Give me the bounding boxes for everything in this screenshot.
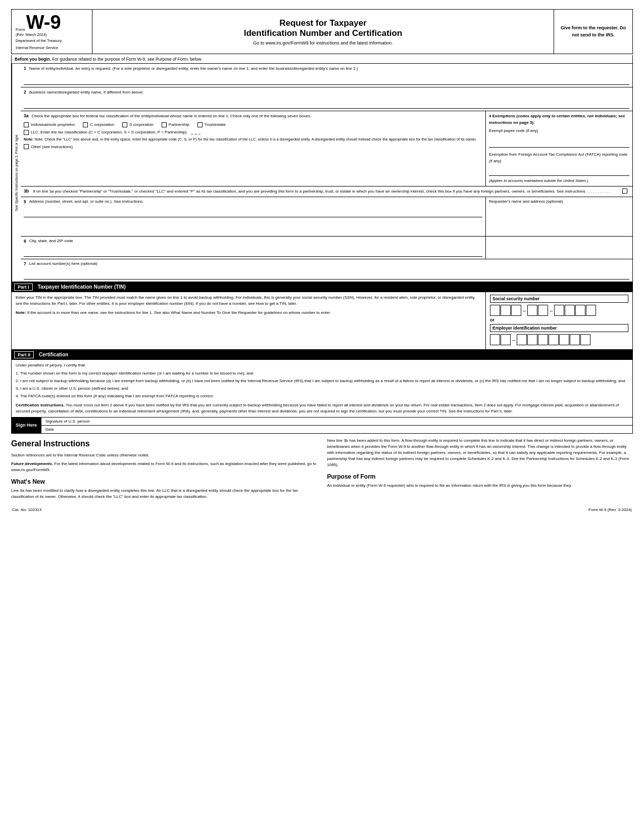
header-center: Request for Taxpayer Identification Numb… xyxy=(92,10,554,54)
sign-here-section: Sign Here Signature of U.S. person Date xyxy=(11,418,633,434)
page-footer: Cat. No. 10231X Form W-9 (Rev. 3-2024) xyxy=(11,507,633,512)
cert-item-1: 1. The number shown on this form is my c… xyxy=(16,370,628,376)
cert-instructions-text: You must cross out item 2 above if you h… xyxy=(16,403,619,413)
gi-right-para: New line 3b has been added to this form.… xyxy=(327,438,633,468)
gi-whats-new-text: Line 3a has been modified to clarify how… xyxy=(11,488,317,500)
part1-body: Enter your TIN in the appropriate box. T… xyxy=(11,292,633,350)
line2-label: Business name/disregarded entity name, i… xyxy=(29,89,144,96)
ein-box-7[interactable] xyxy=(559,334,569,345)
ein-box-4[interactable] xyxy=(527,334,537,345)
cb-llc-row: LLC. Enter the tax classification (C = C… xyxy=(24,130,482,135)
row-3a-right: 4 Exemptions (codes apply only to certai… xyxy=(486,111,632,186)
address-right: Requester's name and address (optional) xyxy=(486,197,632,236)
ein-box-9[interactable] xyxy=(580,334,590,345)
ssn-box-1[interactable] xyxy=(490,305,500,316)
dept: Department of the Treasury xyxy=(16,38,88,44)
form-main: 1 Name of entity/individual. An entry is… xyxy=(21,64,632,282)
cb-trust-label: Trust/estate xyxy=(205,122,226,127)
ssn-box-9[interactable] xyxy=(586,305,596,316)
ssn-box-7[interactable] xyxy=(565,305,575,316)
cb-other-box[interactable] xyxy=(24,144,29,149)
ssn-box-2[interactable] xyxy=(501,305,511,316)
cb-llc-label: LLC. Enter the tax classification (C = C… xyxy=(31,130,187,134)
fatca-input[interactable] xyxy=(489,167,629,176)
ein-box-3[interactable] xyxy=(517,334,527,345)
ssn-box-4[interactable] xyxy=(527,305,537,316)
cb-trust-box[interactable] xyxy=(197,122,203,127)
line5-num: 5 xyxy=(24,199,26,204)
sign-top: Signature of U.S. person xyxy=(41,418,632,426)
cb-other-row: Other (see instructions) xyxy=(24,144,482,149)
cert-item-2: 2. I am not subject to backup withholdin… xyxy=(16,378,628,384)
sign-here-label: Sign Here xyxy=(12,418,41,433)
cb-trust[interactable]: Trust/estate xyxy=(197,122,226,127)
part2-header: Part II Certification xyxy=(11,350,633,360)
cb-individual-box[interactable] xyxy=(24,122,29,127)
cb-partnership[interactable]: Partnership xyxy=(162,122,189,127)
cert-intro: Under penalties of perjury, I certify th… xyxy=(16,362,628,368)
line5-label: Address (number, street, and apt. or sui… xyxy=(29,199,144,204)
line2-input[interactable] xyxy=(24,98,629,109)
or-text: or xyxy=(490,317,628,322)
line6-input[interactable] xyxy=(24,246,482,257)
address-left: 5 Address (number, street, and apt. or s… xyxy=(21,197,486,236)
cb-partnership-box[interactable] xyxy=(162,122,167,127)
cb-scorp-box[interactable] xyxy=(122,122,127,127)
exempt-payee-input[interactable] xyxy=(489,138,629,148)
part1-left: Enter your TIN in the appropriate box. T… xyxy=(12,292,486,349)
ssn-box-8[interactable] xyxy=(575,305,585,316)
line5-input[interactable] xyxy=(24,206,482,217)
cb-ccorp[interactable]: C corporation xyxy=(83,122,114,127)
ein-box-2[interactable] xyxy=(501,334,511,345)
ein-boxes: – xyxy=(490,334,628,345)
cb-ccorp-box[interactable] xyxy=(83,122,88,127)
ein-box-1[interactable] xyxy=(490,334,500,345)
cert-instructions-label: Certification instructions. xyxy=(16,403,65,407)
city-row: 6 City, state, and ZIP code xyxy=(21,237,632,259)
line1-input[interactable] xyxy=(24,74,629,85)
line-1-row: 1 Name of entity/individual. An entry is… xyxy=(21,64,632,87)
form-title-2: Identification Number and Certification xyxy=(97,28,549,38)
cb-individual[interactable]: Individual/sole proprietor xyxy=(24,122,75,127)
part1-right: Social security number – – or Employer i… xyxy=(486,292,632,349)
checkboxes-row1: Individual/sole proprietor C corporation… xyxy=(24,121,482,127)
ssn-box-6[interactable] xyxy=(554,305,564,316)
part2-label: Part II xyxy=(14,351,34,358)
ein-dash-1: – xyxy=(512,337,515,343)
cb-3b-box[interactable] xyxy=(622,189,627,194)
form-body: See Specific Instructions on page 3. Pri… xyxy=(11,64,633,282)
ssn-label: Social security number xyxy=(490,295,628,303)
line7-input[interactable] xyxy=(24,268,629,280)
ssn-box-3[interactable] xyxy=(511,305,521,316)
fatca-note: (Applies to accounts maintained outside … xyxy=(489,178,629,184)
side-label: See Specific Instructions on page 3. Pri… xyxy=(12,64,21,282)
sign-content: Signature of U.S. person Date xyxy=(41,418,632,433)
line1-label: Name of entity/individual. An entry is r… xyxy=(29,66,358,72)
cb-llc-box[interactable] xyxy=(24,130,29,135)
signature-label: Signature of U.S. person xyxy=(45,419,90,424)
ein-box-5[interactable] xyxy=(538,334,548,345)
ein-box-6[interactable] xyxy=(549,334,559,345)
form-number: W-9 xyxy=(26,13,61,32)
city-left: 6 City, state, and ZIP code xyxy=(21,237,486,259)
line7-label: List account number(s) here (optional) xyxy=(29,261,97,266)
cb-individual-label: Individual/sole proprietor xyxy=(31,122,75,127)
gi-para1: Section references are to the Internal R… xyxy=(11,452,317,458)
address-row: 5 Address (number, street, and apt. or s… xyxy=(21,197,632,237)
acct-row: 7 List account number(s) here (optional) xyxy=(21,259,632,282)
ssn-box-5[interactable] xyxy=(538,305,548,316)
sign-sig-area: Date xyxy=(41,426,632,433)
line3b-text: If on line 3a you checked "Partnership" … xyxy=(33,189,610,194)
cb-scorp[interactable]: S corporation xyxy=(122,122,154,127)
exempt-payee: Exempt payee code (if any) xyxy=(489,128,629,134)
row-3a-section: 3a Check the appropriate box for federal… xyxy=(21,111,632,187)
cert-instructions: Certification instructions. You must cro… xyxy=(16,402,628,414)
line-2-row: 2 Business name/disregarded entity name,… xyxy=(21,87,632,111)
cat-no: Cat. No. 10231X xyxy=(12,507,42,512)
header-form-id: Form W-9 (Rev. March 2024) Department of… xyxy=(12,10,92,54)
requester-input[interactable] xyxy=(489,204,629,234)
ein-box-8[interactable] xyxy=(570,334,580,345)
header-give-form: Give form to the requester. Do not send … xyxy=(554,10,632,54)
gi-future: Future developments. For the latest info… xyxy=(11,461,317,473)
cb-other-label: Other (see instructions) xyxy=(31,145,73,149)
